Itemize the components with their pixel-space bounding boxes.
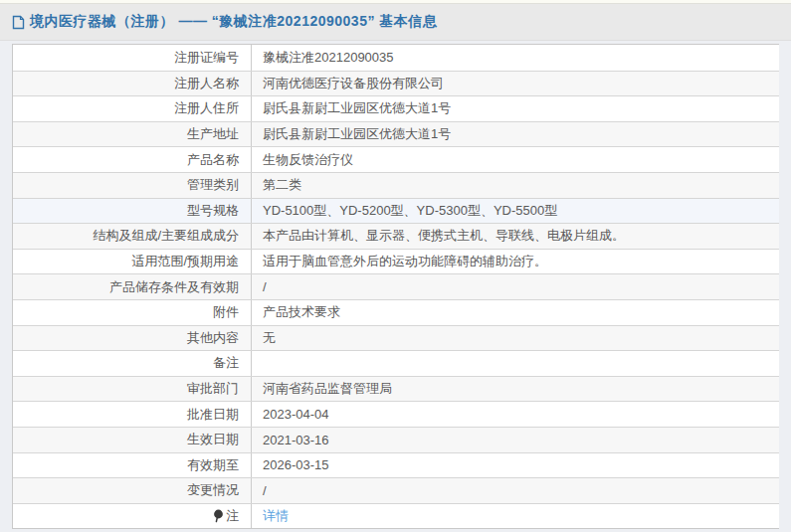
table-row: 注 详情	[13, 503, 779, 529]
row-value: 详情	[252, 504, 779, 529]
row-value-text: 尉氏县新尉工业园区优德大道1号	[263, 125, 451, 143]
row-value: /	[252, 274, 779, 299]
row-label-text: 适用范围/预期用途	[131, 253, 239, 270]
row-value: 河南优德医疗设备股份有限公司	[252, 72, 779, 96]
row-label-text: 产品名称	[187, 151, 239, 169]
row-value-text: 2021-03-16	[263, 433, 329, 447]
page-title: 境内医疗器械（注册） —— “豫械注准20212090035” 基本信息	[30, 13, 437, 31]
table-row: 管理类别 第二类	[13, 172, 779, 198]
row-value-text: 本产品由计算机、显示器、便携式主机、导联线、电极片组成。	[263, 227, 625, 245]
document-icon	[12, 15, 25, 30]
row-value: 第二类	[252, 173, 779, 198]
row-label: 附件	[13, 300, 252, 325]
table-row: 批准日期 2023-04-04	[13, 401, 779, 427]
row-value-text: 2026-03-15	[263, 457, 329, 472]
table-row: 注册人名称 河南优德医疗设备股份有限公司	[13, 71, 779, 96]
table-row: 审批部门 河南省药品监督管理局	[13, 376, 779, 402]
table-row: 型号规格 YD-5100型、YD-5200型、YD-5300型、YD-5500型	[13, 198, 779, 224]
info-table: 注册证编号 豫械注准20212090035 注册人名称 河南优德医疗设备股份有限…	[12, 44, 779, 529]
row-label-text: 生效日期	[187, 431, 239, 448]
row-label: 注册证编号	[13, 45, 252, 71]
row-label: 批准日期	[13, 402, 252, 427]
row-value-text: 生物反馈治疗仪	[263, 151, 353, 169]
row-value: 豫械注准20212090035	[252, 45, 779, 71]
row-label: 审批部门	[13, 377, 252, 402]
row-label-text: 附件	[213, 303, 239, 321]
row-value: 尉氏县新尉工业园区优德大道1号	[252, 96, 779, 121]
row-label: 结构及组成/主要组成成分	[13, 224, 252, 249]
row-label: 适用范围/预期用途	[13, 250, 252, 274]
row-label-text: 型号规格	[187, 202, 239, 220]
row-label: 有效期至	[13, 453, 252, 478]
row-value: 本产品由计算机、显示器、便携式主机、导联线、电极片组成。	[252, 224, 779, 249]
row-label-text: 有效期至	[187, 456, 239, 474]
row-label: 注册人名称	[13, 72, 252, 96]
row-label-text: 注册人住所	[174, 99, 239, 117]
table-row: 产品储存条件及有效期 /	[13, 273, 779, 299]
table-row: 注册人住所 尉氏县新尉工业园区优德大道1号	[13, 95, 779, 121]
row-value-text: 河南优德医疗设备股份有限公司	[263, 75, 444, 92]
row-label-text: 生产地址	[187, 125, 239, 143]
table-row: 附件 产品技术要求	[13, 299, 779, 325]
row-value: 2021-03-16	[252, 428, 779, 452]
table-row: 适用范围/预期用途 适用于脑血管意外后的运动功能障碍的辅助治疗。	[13, 249, 779, 274]
table-row: 结构及组成/主要组成成分 本产品由计算机、显示器、便携式主机、导联线、电极片组成…	[13, 223, 779, 249]
row-value-text: 尉氏县新尉工业园区优德大道1号	[263, 99, 451, 117]
row-value: 2026-03-15	[252, 453, 779, 478]
row-label-text: 变更情况	[187, 481, 239, 499]
row-label: 注	[13, 504, 252, 529]
row-label-text: 其他内容	[187, 329, 239, 347]
content-area: 注册证编号 豫械注准20212090035 注册人名称 河南优德医疗设备股份有限…	[0, 41, 791, 529]
table-row: 有效期至 2026-03-15	[13, 452, 779, 478]
row-value: YD-5100型、YD-5200型、YD-5300型、YD-5500型	[252, 199, 779, 224]
row-value-text: 河南省药品监督管理局	[263, 380, 392, 398]
row-value-text: YD-5100型、YD-5200型、YD-5300型、YD-5500型	[263, 202, 557, 220]
row-value-text: 第二类	[263, 176, 301, 194]
row-label-text: 备注	[213, 354, 239, 372]
row-label-text: 注册人名称	[174, 75, 239, 92]
row-label: 型号规格	[13, 199, 252, 224]
row-value: 2023-04-04	[252, 402, 779, 427]
row-label-text: 审批部门	[187, 380, 239, 398]
table-row: 注册证编号 豫械注准20212090035	[13, 45, 779, 71]
row-label: 注册人住所	[13, 96, 252, 121]
row-value: /	[252, 478, 779, 503]
row-label: 产品储存条件及有效期	[13, 274, 252, 299]
row-label: 备注	[13, 351, 252, 376]
row-value	[252, 351, 779, 376]
row-label: 其他内容	[13, 326, 252, 351]
row-value-text: /	[263, 279, 267, 294]
row-value-text: 无	[263, 329, 276, 347]
row-value: 适用于脑血管意外后的运动功能障碍的辅助治疗。	[252, 250, 779, 274]
row-value-text: 产品技术要求	[263, 303, 340, 321]
table-row: 生产地址 尉氏县新尉工业园区优德大道1号	[13, 121, 779, 147]
row-label: 生效日期	[13, 428, 252, 452]
row-label: 产品名称	[13, 147, 252, 172]
row-value-text: 适用于脑血管意外后的运动功能障碍的辅助治疗。	[263, 253, 547, 270]
row-value-text: 豫械注准20212090035	[263, 49, 394, 67]
row-label-text: 注	[226, 507, 239, 525]
table-row: 变更情况 /	[13, 477, 779, 503]
row-label-text: 批准日期	[187, 406, 239, 424]
row-value: 产品技术要求	[252, 300, 779, 325]
row-label: 管理类别	[13, 173, 252, 198]
note-icon	[213, 509, 224, 523]
table-row: 生效日期 2021-03-16	[13, 427, 779, 452]
detail-link[interactable]: 详情	[263, 507, 289, 525]
row-value: 生物反馈治疗仪	[252, 147, 779, 172]
row-label-text: 注册证编号	[174, 49, 239, 67]
row-label-text: 结构及组成/主要组成成分	[93, 227, 239, 245]
row-label: 变更情况	[13, 478, 252, 503]
table-row: 备注	[13, 350, 779, 376]
row-value-text: /	[263, 483, 267, 498]
row-value-text: 2023-04-04	[263, 407, 329, 422]
table-row: 产品名称 生物反馈治疗仪	[13, 146, 779, 172]
row-label-text: 管理类别	[187, 176, 239, 194]
row-label-text: 产品储存条件及有效期	[109, 278, 239, 296]
row-label: 生产地址	[13, 122, 252, 147]
header-bar: 境内医疗器械（注册） —— “豫械注准20212090035” 基本信息	[0, 4, 791, 41]
row-value: 无	[252, 326, 779, 351]
table-row: 其他内容 无	[13, 325, 779, 351]
row-value: 尉氏县新尉工业园区优德大道1号	[252, 122, 779, 147]
row-value: 河南省药品监督管理局	[252, 377, 779, 402]
